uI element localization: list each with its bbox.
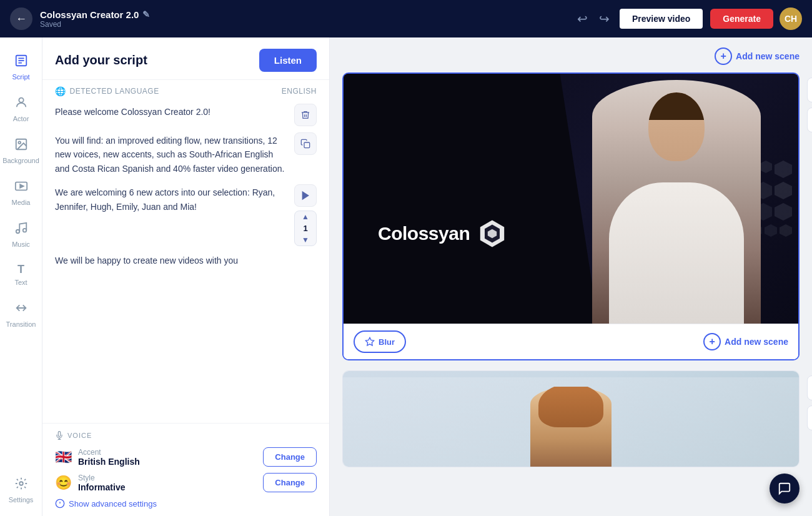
delete-button-1[interactable] bbox=[294, 104, 317, 126]
actor-shirt bbox=[609, 182, 744, 324]
style-change-button[interactable]: Change bbox=[263, 473, 317, 492]
topbar-actions: ↩ ↪ Preview video Generate CH bbox=[575, 7, 802, 30]
chat-bubble-button[interactable] bbox=[770, 474, 800, 504]
add-new-scene-mid-button[interactable]: + Add new scene bbox=[703, 333, 788, 350]
text-block-1[interactable]: Please welcome Colossyan Creator 2.0! bbox=[55, 102, 289, 121]
blur-icon bbox=[365, 337, 375, 347]
brand-shape bbox=[344, 74, 598, 324]
text-block-3[interactable]: We are welcoming 6 new actors into our s… bbox=[55, 183, 289, 216]
sidebar-label-actor: Actor bbox=[13, 115, 29, 122]
voice-label: VOICE bbox=[55, 431, 317, 440]
add-scene-top-row: + Add new scene bbox=[342, 47, 800, 65]
scene-up-arrow[interactable]: ▲ bbox=[298, 211, 313, 222]
sidebar-label-background: Background bbox=[2, 157, 39, 164]
script-icon bbox=[14, 54, 28, 71]
svg-rect-12 bbox=[304, 142, 310, 148]
sidebar-label-settings: Settings bbox=[9, 496, 34, 504]
sidebar-label-text: Text bbox=[14, 279, 27, 286]
add-scene-circle-icon: + bbox=[715, 47, 732, 65]
scene-1-copy-button[interactable] bbox=[807, 107, 812, 132]
play-button-3[interactable] bbox=[294, 184, 317, 207]
transition-icon bbox=[14, 301, 28, 318]
script-title: Add your script bbox=[55, 53, 147, 67]
svg-point-6 bbox=[18, 141, 21, 144]
scene-2-card bbox=[342, 370, 800, 467]
sidebar-item-settings[interactable]: Settings bbox=[2, 470, 40, 510]
content-area: + Add new scene Colossyan bbox=[330, 37, 812, 516]
scene-widget: ▲ 1 ▼ bbox=[294, 211, 317, 246]
brand-name: Colossyan bbox=[378, 223, 470, 244]
svg-point-9 bbox=[16, 230, 19, 234]
background-icon bbox=[14, 137, 28, 154]
generate-button[interactable]: Generate bbox=[710, 9, 773, 29]
text-block-group-2: You will find: an improved editing flow,… bbox=[55, 131, 317, 178]
brand-logo: Colossyan bbox=[378, 219, 507, 249]
scene-number: 1 bbox=[298, 222, 312, 234]
music-icon bbox=[14, 221, 28, 238]
voice-style-row: 😊 Style Informative Change bbox=[55, 473, 317, 492]
saved-label: Saved bbox=[40, 20, 567, 29]
actor-face bbox=[648, 92, 705, 161]
scene-1-side-actions bbox=[807, 77, 812, 132]
edit-icon[interactable]: ✎ bbox=[142, 9, 150, 19]
undo-button[interactable]: ↩ bbox=[575, 9, 590, 29]
scene-1-controls: Blur + Add new scene bbox=[344, 324, 798, 359]
preview-button[interactable]: Preview video bbox=[618, 7, 704, 30]
sidebar-item-background[interactable]: Background bbox=[2, 131, 40, 171]
script-header: Add your script Listen bbox=[42, 37, 329, 80]
show-advanced-button[interactable]: Show advanced settings bbox=[55, 499, 317, 509]
style-icon: 😊 bbox=[55, 475, 72, 491]
text-actions-1 bbox=[294, 102, 317, 126]
script-content: 🌐 DETECTED LANGUAGE English Please welco… bbox=[42, 80, 329, 423]
voice-accent-row: 🇬🇧 Accent British English Change bbox=[55, 447, 317, 467]
sidebar-item-script[interactable]: Script bbox=[2, 47, 40, 87]
sidebar-label-script: Script bbox=[12, 73, 29, 81]
actor-body bbox=[592, 80, 761, 324]
scene-2-copy-button[interactable] bbox=[807, 405, 812, 430]
copy-button-2[interactable] bbox=[294, 132, 317, 155]
script-panel: Add your script Listen 🌐 DETECTED LANGUA… bbox=[42, 37, 330, 516]
redo-button[interactable]: ↪ bbox=[597, 9, 612, 29]
actor-icon bbox=[14, 96, 28, 112]
svg-point-11 bbox=[19, 482, 23, 485]
style-label: Style bbox=[78, 474, 257, 482]
back-button[interactable]: ← bbox=[10, 7, 32, 30]
sidebar-item-text[interactable]: T Text bbox=[2, 257, 40, 292]
text-actions-3: ▲ 1 ▼ bbox=[294, 183, 317, 246]
sidebar-item-actor[interactable]: Actor bbox=[2, 89, 40, 129]
media-icon bbox=[14, 179, 28, 196]
svg-marker-20 bbox=[365, 337, 374, 345]
text-block-2[interactable]: You will find: an improved editing flow,… bbox=[55, 131, 289, 178]
sidebar: Script Actor Background Media Music bbox=[0, 37, 42, 516]
add-new-scene-top-button[interactable]: + Add new scene bbox=[715, 47, 800, 65]
scene-1-wrapper: Colossyan bbox=[342, 72, 800, 360]
scene-2-side-actions bbox=[807, 375, 812, 430]
text-actions-2 bbox=[294, 131, 317, 155]
main-layout: Script Actor Background Media Music bbox=[0, 37, 812, 516]
listen-button[interactable]: Listen bbox=[259, 49, 317, 72]
sidebar-label-transition: Transition bbox=[6, 320, 36, 328]
scene-down-arrow[interactable]: ▼ bbox=[298, 234, 313, 246]
sidebar-item-music[interactable]: Music bbox=[2, 215, 40, 254]
globe-icon: 🌐 bbox=[55, 86, 66, 96]
scene-2-actor bbox=[530, 387, 611, 467]
text-block-group-4: We will be happy to create new videos wi… bbox=[55, 251, 317, 270]
svg-point-4 bbox=[19, 98, 23, 102]
scene-1-card: Colossyan bbox=[342, 72, 800, 360]
avatar[interactable]: CH bbox=[780, 7, 802, 30]
voice-section: VOICE 🇬🇧 Accent British English Change 😊… bbox=[42, 423, 329, 516]
sidebar-item-transition[interactable]: Transition bbox=[2, 295, 40, 334]
flag-icon: 🇬🇧 bbox=[55, 449, 72, 465]
svg-marker-8 bbox=[20, 184, 24, 188]
app-title: Colossyan Creator 2.0 ✎ bbox=[40, 9, 567, 20]
scene-2-delete-button[interactable] bbox=[807, 375, 812, 400]
scene-2-wrapper bbox=[342, 370, 800, 467]
scene-1-delete-button[interactable] bbox=[807, 77, 812, 102]
sidebar-item-media[interactable]: Media bbox=[2, 173, 40, 212]
sidebar-label-media: Media bbox=[12, 199, 31, 206]
actor-figure bbox=[592, 80, 761, 324]
text-block-4[interactable]: We will be happy to create new videos wi… bbox=[55, 251, 312, 270]
accent-label: Accent bbox=[78, 448, 257, 457]
blur-button[interactable]: Blur bbox=[354, 330, 406, 353]
accent-change-button[interactable]: Change bbox=[263, 447, 317, 467]
